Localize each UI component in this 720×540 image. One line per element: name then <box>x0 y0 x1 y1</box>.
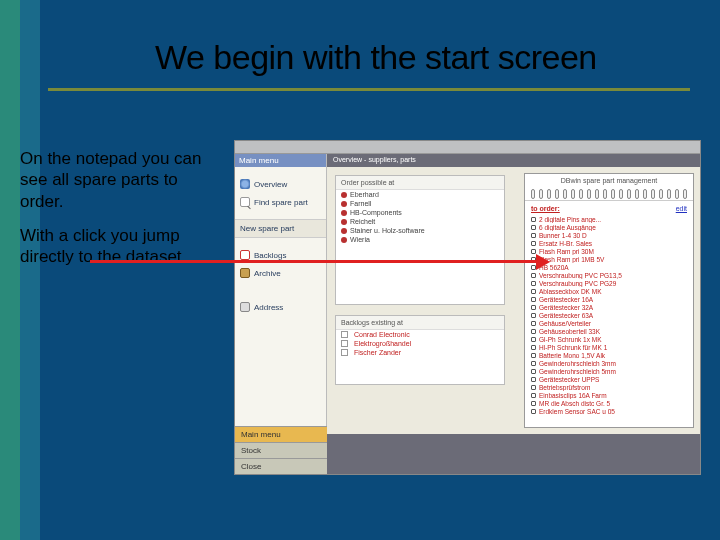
bullet-icon <box>531 241 536 246</box>
supplier-dot-icon <box>341 210 347 216</box>
supplier-dot-icon <box>341 237 347 243</box>
sidebar-item-label: Backlogs <box>254 251 286 260</box>
notepad-item[interactable]: Gehäuseoberteil 33K <box>531 327 687 335</box>
bottom-nav-close[interactable]: Close <box>235 458 327 474</box>
notepad-item-text: Gewinderohrschleich 3mm <box>539 360 616 367</box>
notepad-item[interactable]: Einbasisclips 16A Farm <box>531 391 687 399</box>
checkbox-icon[interactable] <box>341 349 348 356</box>
notepad-item-text: Gewinderohrschleich 5mm <box>539 368 616 375</box>
supplier-name: HB-Components <box>350 209 402 216</box>
notepad-edit-link[interactable]: edit <box>676 205 687 212</box>
supplier-dot-icon <box>341 219 347 225</box>
notepad: DBwin spare part management to order: ed… <box>524 173 694 428</box>
bottom-nav-main[interactable]: Main menu <box>235 426 327 442</box>
bottom-nav: Main menu Stock Close <box>235 426 327 474</box>
application-window: Main menu Overview Find spare part New s… <box>234 140 701 475</box>
supplier-row[interactable]: HB-Components <box>336 208 504 217</box>
notepad-item-text: Bunner 1-4 30 D <box>539 232 587 239</box>
notepad-item[interactable]: Batterie Mono 1,5V Alk <box>531 351 687 359</box>
backlog-name: Elektrogroßhandel <box>354 340 411 347</box>
notepad-item-text: Ersatz H-Br. Sales <box>539 240 592 247</box>
notepad-item[interactable]: 6 digitale Ausgänge <box>531 223 687 231</box>
notepad-item[interactable]: Gerätestecker UPPS <box>531 375 687 383</box>
suppliers-list: EberhardFarnellHB-ComponentsReicheltStai… <box>336 190 504 244</box>
accent-stripe-2 <box>20 0 40 540</box>
bullet-icon <box>531 225 536 230</box>
supplier-row[interactable]: Stainer u. Holz-software <box>336 226 504 235</box>
notepad-item[interactable]: Betriebsprüfstrom <box>531 383 687 391</box>
supplier-dot-icon <box>341 192 347 198</box>
checkbox-icon[interactable] <box>341 340 348 347</box>
notepad-item-text: Gl-Ph Schrunk 1x MK <box>539 336 602 343</box>
bullet-icon <box>531 313 536 318</box>
notepad-item[interactable]: Erdklem Sensor SAC u 05 <box>531 407 687 415</box>
bullet-icon <box>531 369 536 374</box>
sidebar-item-label: Archive <box>254 269 281 278</box>
notepad-item[interactable]: Ersatz H-Br. Sales <box>531 239 687 247</box>
notepad-item-list: 2 digitale Pins ange...6 digitale Ausgän… <box>531 215 687 415</box>
overview-icon <box>240 179 250 189</box>
sidebar-item-archive[interactable]: Archive <box>235 264 326 282</box>
backlogs-panel-title: Backlogs existing at <box>336 316 504 330</box>
notepad-item[interactable]: Bunner 1-4 30 D <box>531 231 687 239</box>
supplier-row[interactable]: Wieria <box>336 235 504 244</box>
bullet-icon <box>531 385 536 390</box>
notepad-item-text: MR die Absch distc Gr. 5 <box>539 400 610 407</box>
notepad-body: to order: edit 2 digitale Pins ange...6 … <box>525 201 693 419</box>
slide-paragraph-1: On the notepad you can see all spare par… <box>20 148 210 212</box>
content-area: Order possible at EberhardFarnellHB-Comp… <box>327 167 700 434</box>
notepad-item[interactable]: Gerätestecker 63A <box>531 311 687 319</box>
sidebar-item-overview[interactable]: Overview <box>235 175 326 193</box>
notepad-item-text: Gehäuse/Verteiler <box>539 320 591 327</box>
notepad-item[interactable]: Verschraubung PVC PG13,5 <box>531 271 687 279</box>
bullet-icon <box>531 361 536 366</box>
sidebar-item-address[interactable]: Address <box>235 298 326 316</box>
notepad-item-text: Gerätestecker UPPS <box>539 376 599 383</box>
supplier-row[interactable]: Eberhard <box>336 190 504 199</box>
notepad-item-text: Gerätestecker 32A <box>539 304 593 311</box>
notepad-item[interactable]: MR die Absch distc Gr. 5 <box>531 399 687 407</box>
sidebar-item-find[interactable]: Find spare part <box>235 193 326 211</box>
checkbox-icon[interactable] <box>341 331 348 338</box>
notepad-item-text: Gerätestecker 16A <box>539 296 593 303</box>
bullet-icon <box>531 305 536 310</box>
bullet-icon <box>531 217 536 222</box>
backlogs-list: Conrad ElectronicElektrogroßhandelFische… <box>336 330 504 357</box>
notepad-item[interactable]: Gerätestecker 32A <box>531 303 687 311</box>
bottom-nav-stock[interactable]: Stock <box>235 442 327 458</box>
notepad-item-text: Batterie Mono 1,5V Alk <box>539 352 605 359</box>
notepad-item[interactable]: Gerätestecker 16A <box>531 295 687 303</box>
bullet-icon <box>531 281 536 286</box>
bullet-icon <box>531 401 536 406</box>
notepad-item[interactable]: 2 digitale Pins ange... <box>531 215 687 223</box>
notepad-item[interactable]: Gewinderohrschleich 5mm <box>531 367 687 375</box>
notepad-item[interactable]: Flash Ram pri 30M <box>531 247 687 255</box>
notepad-item[interactable]: Gehäuse/Verteiler <box>531 319 687 327</box>
bullet-icon <box>531 409 536 414</box>
notepad-item[interactable]: Ablasseckbox DK MK <box>531 287 687 295</box>
sidebar-item-label: New spare part <box>240 224 294 233</box>
notepad-item[interactable]: Flash Ram pri 1MB 5V <box>531 255 687 263</box>
title-underline <box>48 88 690 91</box>
notepad-item[interactable]: Gewinderohrschleich 3mm <box>531 359 687 367</box>
bullet-icon <box>531 249 536 254</box>
supplier-row[interactable]: Reichelt <box>336 217 504 226</box>
address-icon <box>240 302 250 312</box>
backlog-row[interactable]: Conrad Electronic <box>336 330 504 339</box>
supplier-name: Farnell <box>350 200 371 207</box>
notepad-item[interactable]: Gl-Ph Schrunk 1x MK <box>531 335 687 343</box>
notepad-item[interactable]: Verschraubung PVC PG29 <box>531 279 687 287</box>
notepad-item[interactable]: HB 5620A <box>531 263 687 271</box>
backlog-row[interactable]: Fischer Zander <box>336 348 504 357</box>
backlog-name: Conrad Electronic <box>354 331 410 338</box>
backlog-row[interactable]: Elektrogroßhandel <box>336 339 504 348</box>
supplier-name: Eberhard <box>350 191 379 198</box>
sidebar-item-new[interactable]: New spare part <box>235 219 326 238</box>
slide-title: We begin with the start screen <box>155 38 597 77</box>
spiral-icon <box>525 187 693 201</box>
notepad-item-text: Hl-Ph Schrunk für MK 1 <box>539 344 607 351</box>
notepad-item-text: Gerätestecker 63A <box>539 312 593 319</box>
notepad-item[interactable]: Hl-Ph Schrunk für MK 1 <box>531 343 687 351</box>
notepad-item-text: Einbasisclips 16A Farm <box>539 392 607 399</box>
supplier-row[interactable]: Farnell <box>336 199 504 208</box>
